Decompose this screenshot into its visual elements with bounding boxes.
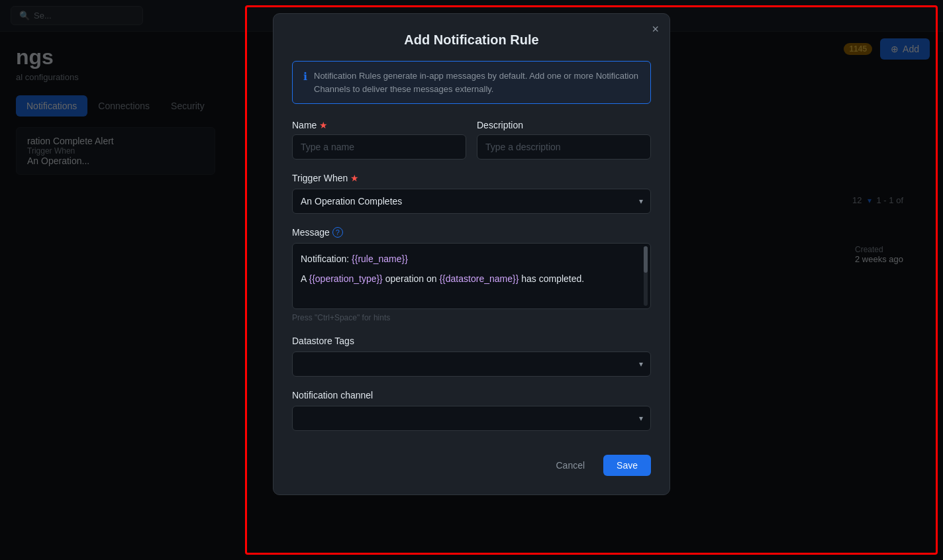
message-hint: Press "Ctrl+Space" for hints <box>292 313 651 322</box>
help-icon[interactable]: ? <box>332 227 343 238</box>
notification-channel-label: Notification channel <box>292 390 651 400</box>
trigger-label: Trigger When ★ <box>292 173 651 183</box>
message-line-1: Notification: {{rule_name}} <box>301 252 642 266</box>
datastore-tags-select[interactable] <box>292 351 651 377</box>
datastore-tags-group: Datastore Tags ▾ <box>292 336 651 377</box>
modal-title: Add Notification Rule <box>292 32 651 48</box>
add-notification-modal: × Add Notification Rule ℹ Notification R… <box>273 13 670 495</box>
info-text: Notification Rules generate in-app messa… <box>314 70 640 95</box>
description-label: Description <box>477 120 651 130</box>
cancel-button[interactable]: Cancel <box>545 455 595 476</box>
message-field-group: Message ? Notification: {{rule_name}} A … <box>292 227 651 322</box>
modal-footer: Cancel Save <box>292 444 651 476</box>
scrollbar-thumb <box>644 246 648 273</box>
trigger-select-wrapper: An Operation CompletesA Backup Completes… <box>292 189 651 214</box>
description-field-group: Description <box>477 120 651 160</box>
required-star: ★ <box>319 120 328 130</box>
required-star-trigger: ★ <box>350 173 359 183</box>
description-input[interactable] <box>477 134 651 160</box>
info-icon: ℹ <box>303 70 307 83</box>
notification-channel-select-wrapper: ▾ <box>292 406 651 431</box>
datastore-tags-select-wrapper: ▾ <box>292 351 651 377</box>
notification-channel-group: Notification channel ▾ <box>292 390 651 431</box>
name-label: Name ★ <box>292 120 466 130</box>
datastore-tags-label: Datastore Tags <box>292 336 651 346</box>
info-banner: ℹ Notification Rules generate in-app mes… <box>292 61 651 104</box>
message-line-2: A {{operation_type}} operation on {{data… <box>301 271 642 286</box>
message-label: Message ? <box>292 227 651 238</box>
name-input[interactable] <box>292 134 466 160</box>
trigger-field-group: Trigger When ★ An Operation CompletesA B… <box>292 173 651 214</box>
save-button[interactable]: Save <box>603 455 651 476</box>
notification-channel-select[interactable] <box>292 406 651 431</box>
trigger-select[interactable]: An Operation CompletesA Backup Completes… <box>292 189 651 214</box>
name-field-group: Name ★ <box>292 120 466 160</box>
close-button[interactable]: × <box>652 23 659 35</box>
modal-backdrop: × Add Notification Rule ℹ Notification R… <box>0 0 943 560</box>
message-textarea[interactable]: Notification: {{rule_name}} A {{operatio… <box>292 243 651 309</box>
name-description-row: Name ★ Description <box>292 120 651 160</box>
scrollbar[interactable] <box>644 246 648 306</box>
